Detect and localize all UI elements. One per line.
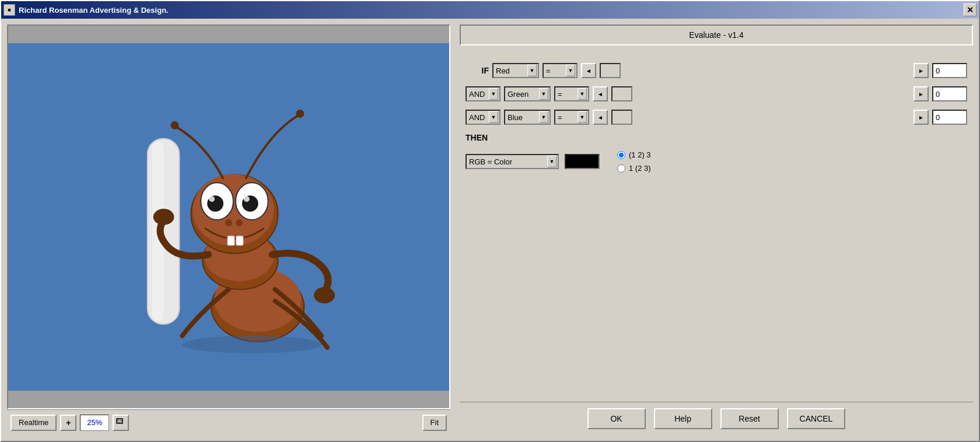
bottom-buttons: OK Help Reset CANCEL [460,402,973,435]
bottom-toolbar: Realtime + 25% Fit [7,409,450,435]
svg-rect-15 [228,236,235,245]
and1-channel-dropdown[interactable]: Red Green Blue Alpha ▼ [504,86,551,101]
and2-right-arrow[interactable]: ► [914,110,929,125]
svg-point-23 [182,336,321,353]
and1-operator-arrow: ▼ [578,88,587,100]
if-operator-dropdown[interactable]: = ≠ > < ▼ [542,63,578,78]
and1-right-arrow[interactable]: ► [914,86,929,101]
and1-left-arrow[interactable]: ◄ [593,86,608,101]
if-channel-dropdown[interactable]: Red Green Blue Alpha ▼ [492,63,539,78]
reset-button[interactable]: Reset [720,408,779,429]
radio-1-input[interactable] [617,151,625,159]
if-row: IF Red Green Blue Alpha ▼ = [466,63,967,78]
and2-operator-select[interactable]: = ≠ > < [555,111,574,124]
and2-operator-arrow: ▼ [578,111,587,123]
zoom-percent: 25% [80,415,109,431]
and2-logic-dropdown[interactable]: AND OR ▼ [466,110,501,125]
realtime-button[interactable]: Realtime [10,415,57,431]
radio-1-label: (1 2) 3 [629,150,651,159]
evaluate-title: Evaluate - v1.4 [689,30,743,40]
and2-left-arrow[interactable]: ◄ [593,110,608,125]
main-window: ■ Richard Rosenman Advertising & Design.… [0,0,980,442]
help-button[interactable]: Help [654,408,712,429]
if-label: IF [466,66,489,75]
and2-channel-dropdown[interactable]: Red Green Blue Alpha ▼ [504,110,551,125]
if-left-arrow[interactable]: ◄ [581,63,596,78]
and2-value-box [611,110,632,125]
ant-image [8,43,449,391]
image-container [7,24,450,409]
and1-logic-dropdown[interactable]: AND OR ▼ [466,86,501,101]
radio-2-input[interactable] [617,164,625,173]
and1-operator-select[interactable]: = ≠ > < [555,87,574,100]
and-row-1: AND OR ▼ Red Green Blue Alpha ▼ [466,86,967,101]
svg-rect-25 [118,420,121,422]
svg-point-19 [171,121,179,129]
controls-area: IF Red Green Blue Alpha ▼ = [460,51,973,396]
and-row-2: AND OR ▼ Red Green Blue Alpha ▼ [466,110,967,125]
and1-channel-select[interactable]: Red Green Blue Alpha [505,87,541,100]
cancel-button[interactable]: CANCEL [787,408,846,429]
svg-point-21 [153,209,174,225]
left-panel: Realtime + 25% Fit [7,24,450,435]
radio-option-1[interactable]: (1 2) 3 [617,150,651,159]
svg-point-18 [236,219,243,226]
app-icon: ■ [4,4,15,16]
evaluate-header: Evaluate - v1.4 [460,24,973,45]
output-arrow: ▼ [547,156,556,167]
and2-spin-value: 0 [932,110,967,125]
title-bar: ■ Richard Rosenman Advertising & Design.… [1,1,979,19]
then-row: RGB = Color RGB = Value R = Value G = Va… [466,150,967,173]
fit-button[interactable]: Fit [422,415,447,431]
close-button[interactable]: ✕ [964,3,977,16]
and1-spin-value: 0 [932,86,967,101]
if-operator-select[interactable]: = ≠ > < [544,64,562,77]
if-right-arrow[interactable]: ► [914,63,929,78]
and2-operator-dropdown[interactable]: = ≠ > < ▼ [554,110,589,125]
svg-rect-16 [236,236,243,245]
right-panel: Evaluate - v1.4 IF Red Green Blue Alpha [460,24,973,435]
and2-logic-select[interactable]: AND OR [467,111,497,124]
radio-option-2[interactable]: 1 (2 3) [617,164,651,173]
image-header [8,26,449,43]
if-channel-select[interactable]: Red Green Blue Alpha [494,64,529,77]
svg-point-17 [225,219,232,226]
output-dropdown[interactable]: RGB = Color RGB = Value R = Value G = Va… [466,154,559,169]
if-spin-value: 0 [932,63,967,78]
image-footer [8,391,449,408]
and1-value-box [611,86,632,101]
svg-point-20 [296,110,304,118]
main-content: Realtime + 25% Fit Evaluate - v1.4 [1,19,979,441]
svg-point-13 [209,196,215,202]
if-value-box [600,63,621,78]
ant-illustration [8,43,449,391]
and1-operator-dropdown[interactable]: = ≠ > < ▼ [554,86,589,101]
output-select[interactable]: RGB = Color RGB = Value R = Value G = Va… [467,155,525,168]
color-swatch[interactable] [565,154,600,169]
svg-point-22 [314,287,335,303]
ok-button[interactable]: OK [587,408,646,429]
and2-channel-select[interactable]: Red Green Blue Alpha [505,111,541,124]
if-operator-arrow: ▼ [566,65,575,76]
then-label: THEN [466,133,967,142]
and1-logic-select[interactable]: AND OR [467,87,497,100]
zoom-icon[interactable] [113,415,129,431]
image-content [8,43,449,391]
zoom-plus-button[interactable]: + [60,415,76,431]
radio-group: (1 2) 3 1 (2 3) [617,150,651,173]
radio-2-label: 1 (2 3) [629,164,651,173]
then-text: THEN [466,133,488,142]
window-title: Richard Rosenman Advertising & Design. [19,6,964,15]
svg-point-14 [244,196,250,202]
